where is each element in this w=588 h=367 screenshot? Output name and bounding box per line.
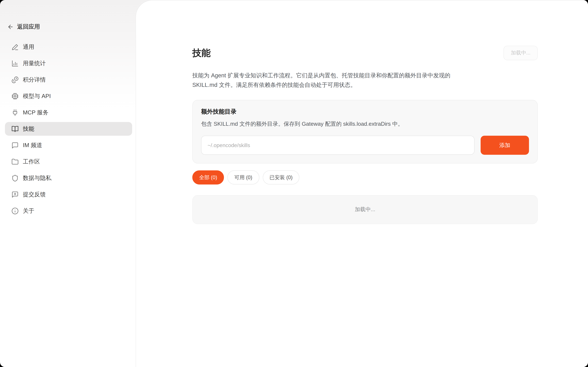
sidebar-nav: 通用 用量统计 积分详情 xyxy=(5,40,132,218)
sidebar-item-label: MCP 服务 xyxy=(23,109,48,116)
shield-icon xyxy=(11,174,19,182)
settings-sidebar: 返回应用 通用 用量统计 xyxy=(0,0,136,367)
sidebar-item-label: 模型与 API xyxy=(23,92,51,100)
sidebar-item-about[interactable]: 关于 xyxy=(5,204,132,218)
sidebar-item-data-privacy[interactable]: 数据与隐私 xyxy=(5,171,132,185)
message-plus-icon xyxy=(11,191,19,198)
sidebar-item-label: 数据与隐私 xyxy=(23,174,51,182)
sidebar-item-usage-stats[interactable]: 用量统计 xyxy=(5,56,132,70)
extra-skill-dirs-card: 额外技能目录 包含 SKILL.md 文件的额外目录。保存到 Gateway 配… xyxy=(192,100,538,164)
skill-list-loading-panel: 加载中... xyxy=(192,195,538,224)
sidebar-item-credits[interactable]: 积分详情 xyxy=(5,73,132,87)
sidebar-item-feedback[interactable]: 提交反馈 xyxy=(5,188,132,201)
card-title: 额外技能目录 xyxy=(201,108,529,116)
skill-filter-pills: 全部 (0) 可用 (0) 已安装 (0) xyxy=(192,170,538,184)
header-loading-chip: 加载中... xyxy=(503,46,538,60)
sidebar-item-label: IM 频道 xyxy=(23,142,42,149)
sidebar-item-label: 关于 xyxy=(23,207,34,214)
page-description-line2: SKILL.md 文件。满足所有依赖条件的技能会自动处于可用状态。 xyxy=(192,80,538,90)
filter-installed-pill[interactable]: 已安装 (0) xyxy=(263,170,299,184)
sidebar-item-label: 提交反馈 xyxy=(23,191,46,198)
folder-icon xyxy=(11,158,19,165)
card-description: 包含 SKILL.md 文件的额外目录。保存到 Gateway 配置的 skil… xyxy=(201,120,529,128)
book-open-icon xyxy=(11,125,19,132)
sidebar-item-skills[interactable]: 技能 xyxy=(5,122,132,136)
filter-all-pill[interactable]: 全部 (0) xyxy=(192,170,224,184)
main-panel: 技能 加载中... 技能为 Agent 扩展专业知识和工作流程。它们是从内置包、… xyxy=(136,0,588,367)
coins-icon xyxy=(11,76,19,83)
settings-window: 返回应用 通用 用量统计 xyxy=(0,0,588,367)
sidebar-item-models-api[interactable]: 模型与 API xyxy=(5,89,132,103)
sidebar-item-label: 通用 xyxy=(23,43,34,50)
card-input-row: 添加 xyxy=(201,136,529,155)
sidebar-item-im-channels[interactable]: IM 频道 xyxy=(5,138,132,152)
filter-available-pill[interactable]: 可用 (0) xyxy=(227,170,259,184)
sidebar-item-workspace[interactable]: 工作区 xyxy=(5,155,132,168)
skill-dir-input[interactable] xyxy=(201,136,475,155)
info-icon xyxy=(11,207,19,214)
plug-icon xyxy=(11,109,19,116)
sidebar-item-mcp-services[interactable]: MCP 服务 xyxy=(5,106,132,119)
sidebar-item-label: 技能 xyxy=(23,125,34,132)
back-to-app-label: 返回应用 xyxy=(17,23,40,30)
skills-page-content: 技能 加载中... 技能为 Agent 扩展专业知识和工作流程。它们是从内置包、… xyxy=(192,41,538,224)
sidebar-item-label: 积分详情 xyxy=(23,76,46,83)
message-icon xyxy=(11,142,19,149)
add-button[interactable]: 添加 xyxy=(481,136,529,155)
sidebar-item-label: 用量统计 xyxy=(23,60,46,67)
app-window-stage: 返回应用 通用 用量统计 xyxy=(0,0,588,367)
back-to-app-button[interactable]: 返回应用 xyxy=(7,23,40,30)
sidebar-item-label: 工作区 xyxy=(23,158,40,165)
bar-chart-icon xyxy=(11,60,19,67)
page-description: 技能为 Agent 扩展专业知识和工作流程。它们是从内置包、托管技能目录和你配置… xyxy=(192,71,538,90)
page-header: 技能 加载中... xyxy=(192,41,538,65)
cpu-icon xyxy=(11,92,19,100)
sidebar-item-general[interactable]: 通用 xyxy=(5,40,132,54)
page-description-line1: 技能为 Agent 扩展专业知识和工作流程。它们是从内置包、托管技能目录和你配置… xyxy=(192,71,538,80)
arrow-left-icon xyxy=(7,24,14,30)
page-title: 技能 xyxy=(192,47,210,59)
pen-icon xyxy=(11,43,19,50)
